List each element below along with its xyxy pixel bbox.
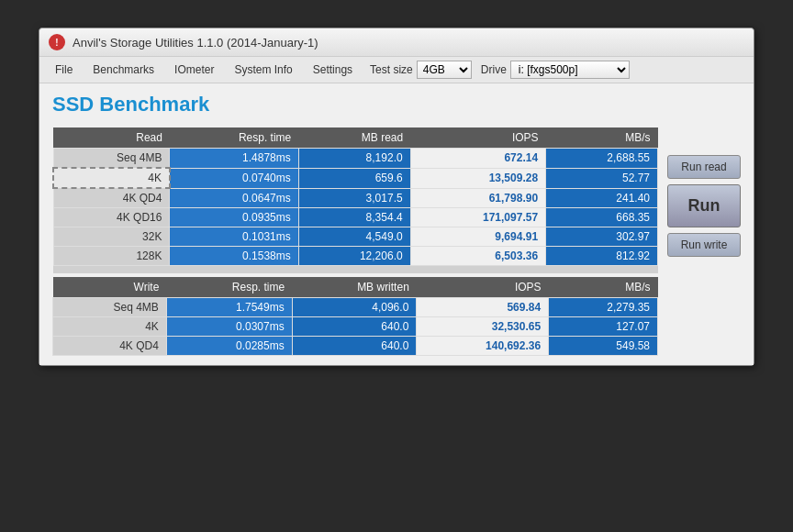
read-col-resp: Resp. time	[170, 127, 298, 149]
spacer-row	[53, 266, 658, 273]
read-iops-4kqd4: 61,798.90	[410, 188, 545, 208]
system-info-button[interactable]: System Info	[224, 60, 302, 80]
content-area: SSD Benchmark Read Resp. time MB read IO…	[39, 83, 754, 365]
test-size-label: Test size	[370, 63, 413, 76]
write-col-mbs: MB/s	[549, 277, 658, 298]
benchmarks-button[interactable]: Benchmarks	[83, 60, 164, 80]
read-label-4k: 4K	[53, 168, 170, 188]
read-mbs-4kqd16: 668.35	[546, 208, 658, 227]
drive-select[interactable]: i: [fxgs500p]	[510, 61, 630, 79]
read-resp-4kqd4: 0.0647ms	[170, 188, 298, 208]
read-row-seq4mb: Seq 4MB 1.4878ms 8,192.0 672.14 2,688.55	[53, 149, 658, 169]
write-mb-4kqd4: 640.0	[292, 336, 417, 355]
buttons-column: Run read Run Run write	[667, 127, 741, 356]
read-mbs-4k: 52.77	[546, 168, 658, 188]
write-col-resp: Resp. time	[166, 277, 292, 298]
read-label-4kqd4: 4K QD4	[53, 188, 170, 208]
read-mbs-32k: 302.97	[546, 227, 658, 247]
read-col-iops: IOPS	[410, 127, 545, 149]
write-iops-4kqd4: 140,692.36	[417, 336, 549, 355]
read-mb-128k: 12,206.0	[298, 247, 410, 266]
read-table: Read Resp. time MB read IOPS MB/s Seq 4M…	[52, 127, 658, 273]
read-iops-128k: 6,503.36	[410, 247, 545, 266]
write-iops-seq4mb: 569.84	[417, 297, 549, 316]
read-label-128k: 128K	[53, 247, 170, 266]
read-resp-seq4mb: 1.4878ms	[170, 149, 298, 169]
run-button[interactable]: Run	[667, 184, 741, 227]
write-label-4kqd4: 4K QD4	[53, 336, 167, 355]
read-mb-4k: 659.6	[298, 168, 410, 188]
write-iops-4k: 32,530.65	[417, 316, 549, 336]
write-mbs-seq4mb: 2,279.35	[549, 297, 658, 316]
read-resp-4k: 0.0740ms	[170, 168, 298, 188]
write-col-mb: MB written	[292, 277, 417, 298]
section-title: SSD Benchmark	[52, 93, 741, 116]
run-write-button[interactable]: Run write	[667, 233, 741, 257]
read-iops-seq4mb: 672.14	[410, 149, 545, 169]
drive-label: Drive	[481, 63, 507, 76]
write-mbs-4kqd4: 549.58	[549, 336, 658, 355]
write-row-seq4mb: Seq 4MB 1.7549ms 4,096.0 569.84 2,279.35	[53, 297, 658, 316]
main-layout: Read Resp. time MB read IOPS MB/s Seq 4M…	[52, 127, 741, 356]
read-label-32k: 32K	[53, 227, 170, 247]
read-col-mbs: MB/s	[546, 127, 658, 149]
read-resp-32k: 0.1031ms	[170, 227, 298, 247]
read-mb-4kqd4: 3,017.5	[298, 188, 410, 208]
read-col-mb: MB read	[298, 127, 410, 149]
read-row-4k: 4K 0.0740ms 659.6 13,509.28 52.77	[53, 168, 658, 188]
main-window: ! Anvil's Storage Utilities 1.1.0 (2014-…	[39, 28, 754, 366]
read-mbs-seq4mb: 2,688.55	[546, 149, 658, 169]
test-size-select[interactable]: 512MB 1GB 2GB 4GB 8GB 16GB 32GB	[417, 61, 472, 79]
read-iops-4k: 13,509.28	[410, 168, 545, 188]
read-resp-128k: 0.1538ms	[170, 247, 298, 266]
table-area: Read Resp. time MB read IOPS MB/s Seq 4M…	[52, 127, 658, 356]
read-mb-32k: 4,549.0	[298, 227, 410, 247]
write-row-4k: 4K 0.0307ms 640.0 32,530.65 127.07	[53, 316, 658, 336]
read-row-32k: 32K 0.1031ms 4,549.0 9,694.91 302.97	[53, 227, 658, 247]
title-bar-text: Anvil's Storage Utilities 1.1.0 (2014-Ja…	[73, 36, 318, 50]
write-table: Write Resp. time MB written IOPS MB/s Se…	[52, 277, 658, 356]
read-row-4kqd4: 4K QD4 0.0647ms 3,017.5 61,798.90 241.40	[53, 188, 658, 208]
read-resp-4kqd16: 0.0935ms	[170, 208, 298, 227]
write-mb-seq4mb: 4,096.0	[292, 297, 417, 316]
drive-group: Drive i: [fxgs500p]	[481, 61, 630, 79]
file-menu-button[interactable]: File	[45, 60, 83, 80]
read-iops-4kqd16: 171,097.57	[410, 208, 545, 227]
read-label-4kqd16: 4K QD16	[53, 208, 170, 227]
write-header-row: Write Resp. time MB written IOPS MB/s	[53, 277, 658, 298]
read-row-128k: 128K 0.1538ms 12,206.0 6,503.36 812.92	[53, 247, 658, 266]
write-resp-4kqd4: 0.0285ms	[166, 336, 292, 355]
run-read-button[interactable]: Run read	[667, 155, 741, 179]
app-icon: !	[49, 34, 65, 50]
read-header-row: Read Resp. time MB read IOPS MB/s	[53, 127, 658, 149]
settings-button[interactable]: Settings	[303, 60, 363, 80]
read-mb-4kqd16: 8,354.4	[298, 208, 410, 227]
write-resp-seq4mb: 1.7549ms	[166, 297, 292, 316]
read-mbs-128k: 812.92	[546, 247, 658, 266]
write-mb-4k: 640.0	[292, 316, 417, 336]
write-row-4kqd4: 4K QD4 0.0285ms 640.0 140,692.36 549.58	[53, 336, 658, 355]
iometer-button[interactable]: IOmeter	[164, 60, 224, 80]
read-col-label: Read	[53, 127, 170, 149]
write-label-seq4mb: Seq 4MB	[53, 297, 167, 316]
read-mbs-4kqd4: 241.40	[546, 188, 658, 208]
read-label-seq4mb: Seq 4MB	[53, 149, 170, 169]
write-resp-4k: 0.0307ms	[166, 316, 292, 336]
toolbar: File Benchmarks IOmeter System Info Sett…	[39, 57, 754, 83]
test-size-group: Test size 512MB 1GB 2GB 4GB 8GB 16GB 32G…	[370, 61, 472, 79]
title-bar: ! Anvil's Storage Utilities 1.1.0 (2014-…	[39, 28, 754, 57]
write-col-label: Write	[53, 277, 167, 298]
read-mb-seq4mb: 8,192.0	[298, 149, 410, 169]
write-mbs-4k: 127.07	[549, 316, 658, 336]
write-col-iops: IOPS	[417, 277, 549, 298]
write-label-4k: 4K	[53, 316, 167, 336]
read-row-4kqd16: 4K QD16 0.0935ms 8,354.4 171,097.57 668.…	[53, 208, 658, 227]
read-iops-32k: 9,694.91	[410, 227, 545, 247]
